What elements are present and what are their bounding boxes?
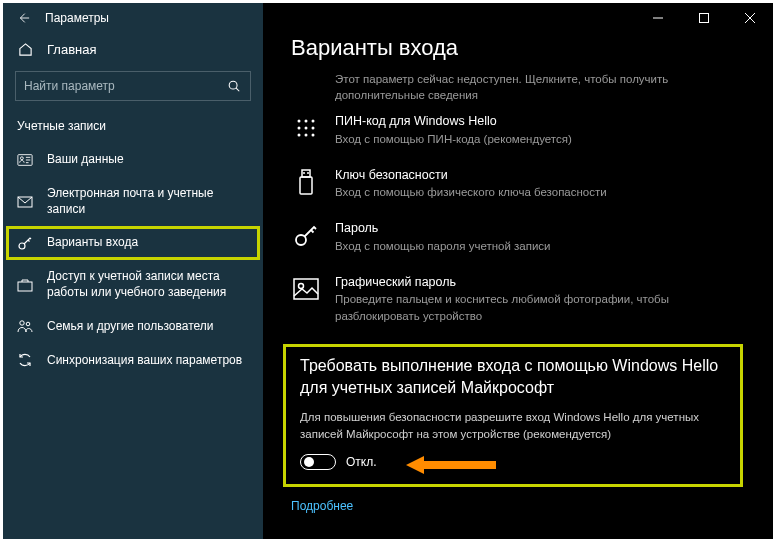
svg-point-9 — [298, 120, 301, 123]
sidebar-item-signin-options[interactable]: Варианты входа — [6, 226, 260, 260]
key-icon — [17, 235, 33, 251]
option-security-key[interactable]: Ключ безопасности Вход с помощью физичес… — [291, 157, 773, 211]
home-icon — [17, 41, 33, 57]
hello-desc: Для повышения безопасности разрешите вхо… — [300, 409, 726, 441]
back-button[interactable] — [11, 6, 35, 30]
sidebar-item-label: Варианты входа — [47, 235, 249, 251]
maximize-button[interactable] — [681, 3, 727, 33]
sidebar-section-label: Учетные записи — [3, 111, 263, 143]
page-title: Варианты входа — [291, 35, 773, 61]
pin-keypad-icon — [291, 113, 321, 143]
svg-point-11 — [312, 120, 315, 123]
option-title: Пароль — [335, 220, 551, 238]
sync-icon — [17, 352, 33, 368]
svg-point-16 — [305, 134, 308, 137]
option-password[interactable]: Пароль Вход с помощью пароля учетной зап… — [291, 210, 773, 264]
svg-point-12 — [298, 127, 301, 130]
svg-point-15 — [298, 134, 301, 137]
svg-point-10 — [305, 120, 308, 123]
annotation-arrow — [406, 456, 496, 474]
option-desc: Вход с помощью ПИН-кода (рекомендуется) — [335, 131, 572, 147]
search-icon — [226, 78, 242, 94]
sidebar-item-label: Семья и другие пользователи — [47, 319, 249, 335]
svg-point-6 — [20, 321, 24, 325]
option-title: ПИН-код для Windows Hello — [335, 113, 572, 131]
hello-title: Требовать выполнение входа с помощью Win… — [300, 355, 726, 400]
usb-key-icon — [291, 167, 321, 197]
briefcase-icon — [17, 277, 33, 293]
picture-icon — [291, 274, 321, 304]
sidebar-item-your-info[interactable]: Ваши данные — [3, 143, 263, 177]
nav-home-label: Главная — [47, 42, 96, 57]
svg-point-7 — [26, 323, 30, 327]
svg-rect-5 — [18, 282, 32, 291]
key-icon — [291, 220, 321, 250]
hello-toggle[interactable] — [300, 454, 336, 470]
nav-home[interactable]: Главная — [3, 33, 263, 65]
people-icon — [17, 318, 33, 334]
option-title: Графический пароль — [335, 274, 753, 292]
id-card-icon — [17, 152, 33, 168]
svg-rect-19 — [300, 177, 312, 194]
option-desc: Вход с помощью пароля учетной записи — [335, 238, 551, 254]
svg-point-14 — [312, 127, 315, 130]
option-desc: Вход с помощью физического ключа безопас… — [335, 184, 607, 200]
sidebar-item-label: Электронная почта и учетные записи — [47, 186, 249, 217]
sidebar-item-family[interactable]: Семья и другие пользователи — [3, 309, 263, 343]
svg-rect-8 — [700, 14, 709, 23]
sidebar-item-email-accounts[interactable]: Электронная почта и учетные записи — [3, 177, 263, 226]
svg-point-17 — [312, 134, 315, 137]
option-title: Ключ безопасности — [335, 167, 607, 185]
option-desc: Проведите пальцем и коснитесь любимой фо… — [335, 291, 753, 323]
sidebar-item-label: Синхронизация ваших параметров — [47, 353, 249, 369]
mail-icon — [17, 194, 33, 210]
learn-more-link[interactable]: Подробнее — [291, 499, 773, 513]
sidebar-item-work-access[interactable]: Доступ к учетной записи места работы или… — [3, 260, 263, 309]
minimize-button[interactable] — [635, 3, 681, 33]
hello-toggle-label: Откл. — [346, 455, 377, 469]
svg-point-2 — [20, 157, 23, 160]
close-button[interactable] — [727, 3, 773, 33]
sidebar-item-label: Доступ к учетной записи места работы или… — [47, 269, 249, 300]
svg-point-22 — [299, 283, 304, 288]
search-box[interactable] — [15, 71, 251, 101]
option-picture-password[interactable]: Графический пароль Проведите пальцем и к… — [291, 264, 773, 334]
sidebar-item-label: Ваши данные — [47, 152, 249, 168]
option-unavailable-desc: Этот параметр сейчас недоступен. Щелкнит… — [291, 71, 773, 103]
svg-point-0 — [229, 81, 237, 89]
svg-rect-21 — [294, 279, 318, 299]
option-pin[interactable]: ПИН-код для Windows Hello Вход с помощью… — [291, 103, 773, 157]
sidebar-item-sync[interactable]: Синхронизация ваших параметров — [3, 343, 263, 377]
svg-point-13 — [305, 127, 308, 130]
svg-rect-18 — [302, 170, 310, 177]
require-hello-section: Требовать выполнение входа с помощью Win… — [283, 344, 743, 487]
search-input[interactable] — [24, 79, 226, 93]
window-title: Параметры — [45, 11, 109, 25]
